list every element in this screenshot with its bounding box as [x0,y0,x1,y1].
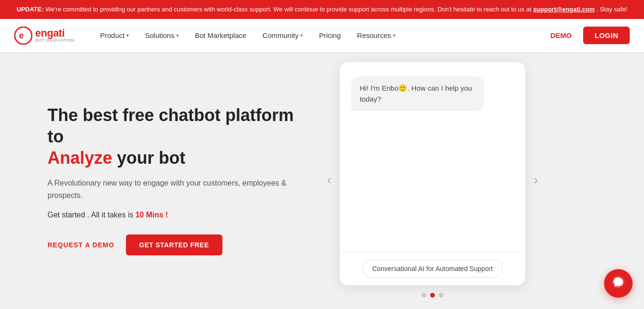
logo-name-text: ngati [41,27,65,39]
logo-icon: e [14,27,32,45]
dot-3[interactable] [439,293,443,298]
hero-title-line1: The best free chatbot platform to [48,105,294,146]
chevron-down-icon: ▾ [176,33,179,38]
hero-title: The best free chatbot platform to Analyz… [48,104,314,169]
nav-item-bot-marketplace[interactable]: Bot Marketplace [188,28,253,43]
nav-item-product[interactable]: Product ▾ [94,28,136,43]
carousel-prev-button[interactable]: ‹ [323,169,335,191]
nav-links: Product ▾ Solutions ▾ Bot Marketplace Co… [94,28,545,43]
chat-float-icon [611,275,625,292]
hero-title-highlight: Analyze [48,148,112,168]
navbar: e engati Bot Innovation Product ▾ Soluti… [0,19,644,52]
chat-carousel: Hi! I'm Enbo🙂. How can I help you today?… [340,62,525,285]
hero-subtitle: A Revolutionary new way to engage with y… [48,177,314,201]
main-content: The best free chatbot platform to Analyz… [0,52,644,308]
alert-email[interactable]: support@engati.com [533,6,595,13]
hero-cta-text: Get started . All it takes is 10 Mins ! [48,211,314,219]
dot-1[interactable] [422,293,426,298]
hero-right: ‹ Hi! I'm Enbo🙂. How can I help you toda… [333,62,532,298]
hero-buttons: REQUEST A DEMO GET STARTED FREE [48,234,314,255]
alert-suffix: . Stay safe! [596,6,627,13]
chevron-down-icon: ▾ [300,33,303,38]
hero-left: The best free chatbot platform to Analyz… [48,104,333,255]
nav-item-pricing[interactable]: Pricing [312,28,347,43]
alert-banner: UPDATE: We're committed to providing our… [0,0,644,19]
dot-2[interactable] [430,293,435,298]
alert-prefix: UPDATE: [17,6,44,13]
demo-link[interactable]: DEMO [545,28,577,43]
chevron-down-icon: ▾ [126,33,129,38]
logo-tagline: Bot Innovation [35,38,75,43]
login-button[interactable]: LOGIN [583,27,630,44]
hero-cta-before: Get started . All it takes is [48,211,135,219]
chat-footer: Conversational AI for Automated Support [340,252,525,285]
svg-text:e: e [19,31,24,40]
chat-bubble: Hi! I'm Enbo🙂. How can I help you today? [351,76,484,111]
carousel-next-button[interactable]: › [530,169,542,191]
chevron-down-icon: ▾ [393,33,395,38]
request-demo-link[interactable]: REQUEST A DEMO [48,241,115,249]
nav-item-solutions[interactable]: Solutions ▾ [138,28,185,43]
chat-body: Hi! I'm Enbo🙂. How can I help you today? [340,62,525,252]
nav-item-resources[interactable]: Resources ▾ [350,28,402,43]
chat-float-button[interactable] [604,269,633,298]
nav-item-community[interactable]: Community ▾ [256,28,309,43]
logo[interactable]: e engati Bot Innovation [14,27,75,45]
alert-message: We're committed to providing our partner… [45,6,533,13]
nav-right: DEMO LOGIN [545,27,630,44]
hero-cta-highlight: 10 Mins ! [135,211,168,219]
dot-indicators [340,293,525,298]
hero-title-line2: your bot [112,148,185,168]
get-started-button[interactable]: GET STARTED FREE [126,234,222,255]
chat-caption: Conversational AI for Automated Support [362,260,503,278]
